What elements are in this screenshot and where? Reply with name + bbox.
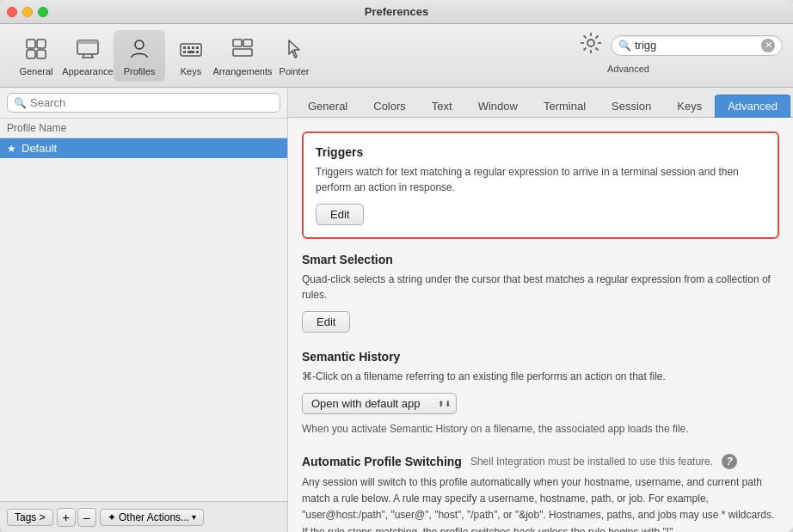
smart-selection-title: Smart Selection [302,253,779,266]
star-icon: ★ [7,143,16,155]
close-button[interactable] [7,7,17,17]
sidebar-search-icon: 🔍 [14,97,27,109]
tab-text[interactable]: Text [419,95,465,118]
title-bar: Preferences [0,0,793,24]
toolbar-appearance[interactable]: Appearance [62,30,114,82]
tab-window[interactable]: Window [465,95,531,118]
aps-header: Automatic Profile Switching Shell Integr… [302,454,779,469]
sidebar-search-area: 🔍 [0,88,287,119]
tab-general[interactable]: General [295,95,360,118]
toolbar-profiles-label: Profiles [124,66,156,76]
svg-line-29 [584,48,587,51]
smart-selection-section: Smart Selection Quad-click selects a str… [302,253,779,333]
toolbar-profiles[interactable]: Profiles [114,30,165,82]
sidebar: 🔍 Profile Name ★ Default Tags > [0,88,288,532]
toolbar-arrangements-label: Arrangements [212,66,272,76]
triggers-section: Triggers Triggers watch for text matchin… [302,131,779,239]
search-input[interactable] [635,39,758,52]
semantic-history-select-wrapper: Open with default app Open with editor O… [302,393,457,414]
maximize-button[interactable] [38,7,48,17]
svg-rect-16 [187,51,194,53]
minimize-button[interactable] [22,7,33,17]
svg-line-28 [596,36,599,39]
tab-advanced[interactable]: Advanced [715,95,790,118]
other-actions-label: ✦ Other Actions... [108,511,189,523]
search-icon: 🔍 [618,40,631,52]
sidebar-bottom: Tags > + – ✦ Other Actions... ▾ [0,501,287,532]
triggers-description: Triggers watch for text matching a regul… [316,164,765,195]
plus-minus-group: + – [57,508,96,527]
svg-rect-13 [192,46,194,49]
svg-rect-0 [27,40,35,48]
clear-search-button[interactable]: ✕ [761,39,775,52]
svg-point-9 [135,40,144,49]
toolbar-keys[interactable]: Keys [165,30,217,82]
main-area: 🔍 Profile Name ★ Default Tags > [0,88,793,532]
sidebar-item-default-label: Default [22,142,57,155]
semantic-history-title: Semantic History [302,350,779,364]
aps-subtitle: Shell Integration must be installed to u… [470,456,713,468]
tags-label: Tags > [15,511,46,523]
toolbar-general[interactable]: General [10,30,62,82]
svg-rect-20 [233,49,252,56]
person-icon [126,35,153,63]
svg-line-27 [596,48,599,51]
aps-title: Automatic Profile Switching [302,455,462,468]
toolbar-pointer-label: Pointer [280,66,310,76]
advanced-toolbar-label: Advanced [607,64,649,74]
svg-rect-12 [187,46,190,49]
toolbar-pointer[interactable]: Pointer [268,30,320,82]
svg-rect-2 [27,50,35,58]
svg-rect-19 [243,40,252,46]
toolbar-general-label: General [19,66,52,76]
toolbar: General Appearance [0,24,793,88]
toolbar-arrangements[interactable]: Arrangements [217,30,268,82]
content-area: Triggers Triggers watch for text matchin… [288,118,793,532]
tab-session[interactable]: Session [599,95,664,118]
semantic-history-dropdown-row: Open with default app Open with editor O… [302,393,779,414]
tags-button[interactable]: Tags > [7,509,53,526]
toolbar-keys-label: Keys [181,66,201,76]
remove-profile-button[interactable]: – [77,508,96,527]
svg-line-26 [584,36,587,39]
gear-icon [578,30,604,58]
tab-keys[interactable]: Keys [664,95,715,118]
tab-bar: General Colors Text Window Terminal Sess… [288,88,793,118]
sidebar-item-default[interactable]: ★ Default [0,138,287,158]
preferences-window: Preferences General [0,0,793,532]
semantic-history-select[interactable]: Open with default app Open with editor O… [302,393,457,414]
toolbar-search-box: 🔍 ✕ [611,35,783,56]
traffic-lights [7,7,48,17]
plus-icon: + [63,511,70,524]
sidebar-search-input[interactable] [30,96,274,109]
triggers-title: Triggers [316,145,765,159]
tab-colors[interactable]: Colors [360,95,419,118]
semantic-history-subdesc: When you activate Semantic History on a … [302,421,779,437]
smart-selection-description: Quad-click selects a string under the cu… [302,272,779,303]
semantic-history-description: ⌘-Click on a filename referring to an ex… [302,369,779,384]
triggers-edit-button[interactable]: Edit [316,204,364,225]
minus-icon: – [83,511,90,524]
keyboard-icon [177,35,205,63]
smart-selection-edit-button[interactable]: Edit [302,311,350,333]
semantic-history-section: Semantic History ⌘-Click on a filename r… [302,350,779,437]
svg-rect-3 [37,50,46,58]
svg-rect-17 [196,51,199,53]
svg-point-21 [587,40,594,46]
sidebar-search-box: 🔍 [7,93,280,113]
svg-rect-14 [196,46,199,49]
chevron-down-icon: ▾ [192,512,196,522]
arrange-icon [229,35,256,63]
aps-help-button[interactable]: ? [722,454,737,469]
svg-rect-1 [37,40,46,48]
monitor-icon [74,35,101,63]
svg-rect-11 [183,46,186,49]
window-title: Preferences [365,5,428,18]
tab-terminal[interactable]: Terminal [531,95,599,118]
other-actions-button[interactable]: ✦ Other Actions... ▾ [100,509,204,526]
toolbar-appearance-label: Appearance [62,66,113,76]
sidebar-list: ★ Default [0,138,287,501]
add-profile-button[interactable]: + [57,508,76,527]
grid-icon [22,35,50,63]
svg-rect-18 [233,40,242,46]
